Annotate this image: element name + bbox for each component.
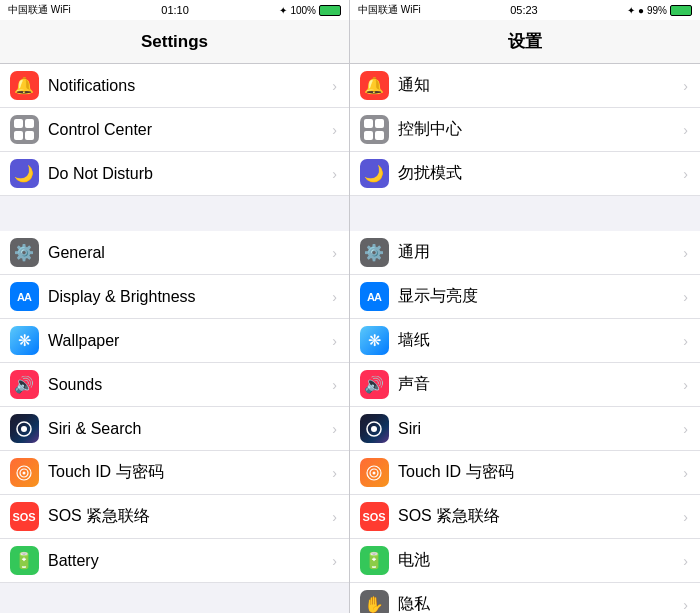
qiangzhi-label: 墙纸 (398, 330, 679, 351)
dianchi-icon: 🔋 (360, 546, 389, 575)
left-row-wallpaper[interactable]: ❋ Wallpaper › (0, 319, 349, 363)
carrier-text: 中国联通 WiFi (8, 3, 71, 17)
right-row-siri[interactable]: Siri › (350, 407, 700, 451)
left-settings-list[interactable]: 🔔 Notifications › Control Center › (0, 64, 349, 613)
general-icon: ⚙️ (10, 238, 39, 267)
right-battery-text: 99% (647, 5, 667, 16)
left-icon-general-wrap: ⚙️ (0, 238, 48, 267)
do-not-disturb-icon: 🌙 (10, 159, 39, 188)
wallpaper-icon: ❋ (10, 326, 39, 355)
left-icon-sos-wrap: SOS (0, 502, 48, 531)
right-siri-icon (360, 414, 389, 443)
left-panel: 中国联通 WiFi 01:10 ✦ 100% Settings 🔔 Notifi… (0, 0, 350, 613)
tongzhi-label: 通知 (398, 75, 679, 96)
right-row-yinsi[interactable]: ✋ 隐私 › (350, 583, 700, 613)
touchid-chevron: › (332, 465, 337, 481)
right-row-shengyin[interactable]: 🔊 声音 › (350, 363, 700, 407)
dnd-chevron: › (332, 166, 337, 182)
left-row-display[interactable]: AA Display & Brightness › (0, 275, 349, 319)
left-icon-siri-wrap (0, 414, 48, 443)
shengyin-label: 声音 (398, 374, 679, 395)
left-separator-1 (0, 196, 349, 231)
right-siri-label: Siri (398, 420, 679, 438)
battery-icon (319, 5, 341, 16)
dianchi-chevron: › (683, 553, 688, 569)
siri-chevron: › (332, 421, 337, 437)
qiangzhi-chevron: › (683, 333, 688, 349)
right-page-title: 设置 (508, 30, 542, 53)
right-separator-1 (350, 196, 700, 231)
left-row-control-center[interactable]: Control Center › (0, 108, 349, 152)
right-carrier-text: 中国联通 WiFi (358, 3, 421, 17)
left-row-do-not-disturb[interactable]: 🌙 Do Not Disturb › (0, 152, 349, 196)
right-status-carrier: 中国联通 WiFi (358, 3, 421, 17)
tongzhi-icon: 🔔 (360, 71, 389, 100)
battery-chevron: › (332, 553, 337, 569)
right-icon-tongyong-wrap: ⚙️ (350, 238, 398, 267)
svg-point-9 (373, 471, 376, 474)
wurao-chevron: › (683, 166, 688, 182)
kongzhi-icon (360, 115, 389, 144)
right-row-qiangzhi[interactable]: ❋ 墙纸 › (350, 319, 700, 363)
right-row-sos[interactable]: SOS SOS 紧急联络 › (350, 495, 700, 539)
left-status-carrier: 中国联通 WiFi (8, 3, 71, 17)
wurao-label: 勿扰模式 (398, 163, 679, 184)
left-row-notifications[interactable]: 🔔 Notifications › (0, 64, 349, 108)
right-siri-chevron: › (683, 421, 688, 437)
right-icon-qiangzhi-wrap: ❋ (350, 326, 398, 355)
sos-icon: SOS (10, 502, 39, 531)
left-icon-display-wrap: AA (0, 282, 48, 311)
sounds-chevron: › (332, 377, 337, 393)
control-center-icon (10, 115, 39, 144)
right-icon-touchid-wrap (350, 458, 398, 487)
left-row-general[interactable]: ⚙️ General › (0, 231, 349, 275)
tongyong-icon: ⚙️ (360, 238, 389, 267)
right-bluetooth-icon: ✦ ● (627, 5, 644, 16)
xianshi-label: 显示与亮度 (398, 286, 679, 307)
sos-chevron: › (332, 509, 337, 525)
right-touchid-chevron: › (683, 465, 688, 481)
left-row-siri[interactable]: Siri & Search › (0, 407, 349, 451)
right-icon-kongzhi-wrap (350, 115, 398, 144)
right-row-wurao[interactable]: 🌙 勿扰模式 › (350, 152, 700, 196)
notifications-chevron: › (332, 78, 337, 94)
left-group-2: ⚙️ General › AA Display & Brightness › ❋… (0, 231, 349, 583)
left-row-battery[interactable]: 🔋 Battery › (0, 539, 349, 583)
right-settings-list[interactable]: 🔔 通知 › 控制中心 › 🌙 (350, 64, 700, 613)
right-icon-sos-wrap: SOS (350, 502, 398, 531)
tongyong-chevron: › (683, 245, 688, 261)
left-row-touchid[interactable]: Touch ID 与密码 › (0, 451, 349, 495)
display-icon: AA (10, 282, 39, 311)
siri-label: Siri & Search (48, 420, 328, 438)
left-icon-notifications-wrap: 🔔 (0, 71, 48, 100)
left-row-sos[interactable]: SOS SOS 紧急联络 › (0, 495, 349, 539)
notifications-icon: 🔔 (10, 71, 39, 100)
sounds-icon: 🔊 (10, 370, 39, 399)
right-icon-dianchi-wrap: 🔋 (350, 546, 398, 575)
tongyong-label: 通用 (398, 242, 679, 263)
right-row-kongzhi[interactable]: 控制中心 › (350, 108, 700, 152)
right-status-time: 05:23 (510, 4, 538, 16)
left-row-sounds[interactable]: 🔊 Sounds › (0, 363, 349, 407)
right-row-dianchi[interactable]: 🔋 电池 › (350, 539, 700, 583)
right-icon-tongzhi-wrap: 🔔 (350, 71, 398, 100)
wallpaper-chevron: › (332, 333, 337, 349)
kongzhi-label: 控制中心 (398, 119, 679, 140)
right-sos-chevron: › (683, 509, 688, 525)
right-row-xianshi[interactable]: AA 显示与亮度 › (350, 275, 700, 319)
right-row-tongyong[interactable]: ⚙️ 通用 › (350, 231, 700, 275)
left-status-bar: 中国联通 WiFi 01:10 ✦ 100% (0, 0, 349, 20)
right-icon-wurao-wrap: 🌙 (350, 159, 398, 188)
touchid-icon (10, 458, 39, 487)
right-battery-icon (670, 5, 692, 16)
shengyin-icon: 🔊 (360, 370, 389, 399)
right-row-tongzhi[interactable]: 🔔 通知 › (350, 64, 700, 108)
right-page-title-bar: 设置 (350, 20, 700, 64)
general-label: General (48, 244, 328, 262)
left-icon-touchid-wrap (0, 458, 48, 487)
right-group-1: 🔔 通知 › 控制中心 › 🌙 (350, 64, 700, 196)
right-row-touchid[interactable]: Touch ID 与密码 › (350, 451, 700, 495)
right-sos-icon: SOS (360, 502, 389, 531)
control-center-label: Control Center (48, 121, 328, 139)
sounds-label: Sounds (48, 376, 328, 394)
